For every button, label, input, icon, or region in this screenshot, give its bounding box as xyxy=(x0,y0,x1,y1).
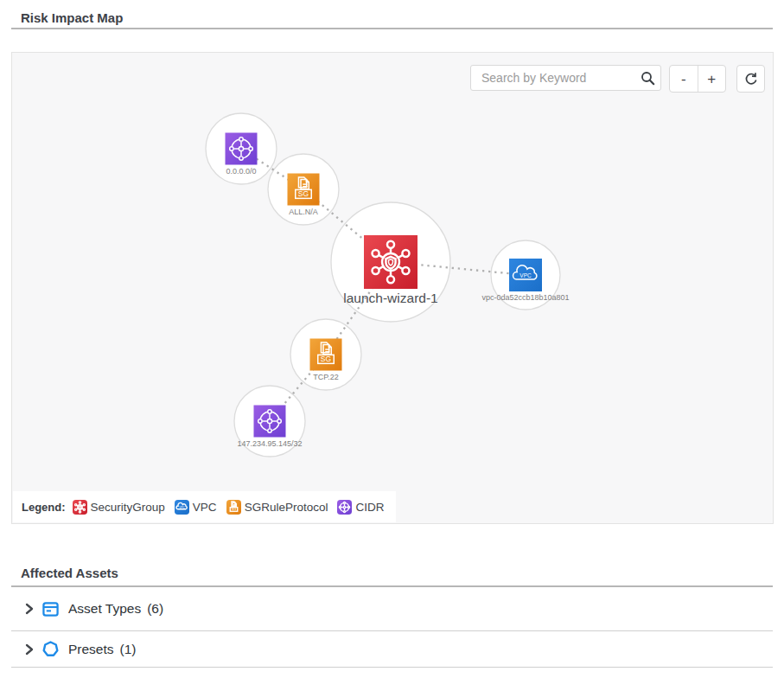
graph-node-label: 0.0.0.0/0 xyxy=(226,167,256,176)
graph-node-label: 147.234.95.145/32 xyxy=(237,439,302,448)
sgrule-icon: SG xyxy=(288,174,320,206)
keyword-search-box xyxy=(470,65,661,91)
vpc-icon: VPC xyxy=(509,259,542,291)
asset-row-count: (6) xyxy=(147,601,163,617)
legend-label: Legend: xyxy=(22,501,66,514)
zoom-out-button[interactable]: - xyxy=(670,66,698,92)
chevron-right-icon[interactable] xyxy=(24,643,35,656)
legend-item-securitygroup: SecurityGroup xyxy=(73,500,165,515)
svg-text:VPC: VPC xyxy=(179,505,184,508)
svg-text:SG: SG xyxy=(231,507,236,511)
legend-item-sgrule: SG SGRuleProtocol xyxy=(226,500,328,515)
sgrule-icon: SG xyxy=(310,339,342,371)
svg-text:SG: SG xyxy=(298,189,309,198)
legend-item-label: CIDR xyxy=(355,501,384,514)
legend-item-label: SecurityGroup xyxy=(91,501,165,514)
graph-node-label: vpc-0da52ccb18b10a801 xyxy=(481,293,569,302)
legend-item-cidr: CIDR xyxy=(337,500,384,515)
asset-row-asset-types[interactable]: Asset Types (6) xyxy=(11,587,773,631)
sgrule-icon: SG xyxy=(226,500,241,515)
cidr-icon xyxy=(254,406,286,438)
asset-row-label: Asset Types xyxy=(68,601,141,617)
graph-node-sgrule-tcp22[interactable]: SGTCP.22 xyxy=(310,339,342,382)
legend-item-vpc: VPC VPC xyxy=(175,500,217,515)
risk-map-panel: 0.0.0.0/0SGALL.N/Alaunch-wizard-1VPCvpc-… xyxy=(11,52,774,524)
asset-row-presets[interactable]: Presets (1) xyxy=(11,631,773,668)
refresh-icon xyxy=(743,71,759,86)
legend-item-label: VPC xyxy=(193,501,217,514)
graph-node-label: launch-wizard-1 xyxy=(343,291,437,305)
search-input[interactable] xyxy=(471,71,634,85)
svg-text:VPC: VPC xyxy=(519,272,532,278)
graph-canvas[interactable]: 0.0.0.0/0SGALL.N/Alaunch-wizard-1VPCvpc-… xyxy=(12,53,773,523)
legend-item-label: SGRuleProtocol xyxy=(245,501,328,514)
search-button[interactable] xyxy=(634,66,660,90)
graph-node-label: ALL.N/A xyxy=(289,208,318,216)
search-icon xyxy=(641,71,655,86)
asset-types-icon xyxy=(42,601,59,617)
affected-assets-title: Affected Assets xyxy=(21,566,118,580)
vpc-icon: VPC xyxy=(175,500,189,515)
map-title-divider xyxy=(11,28,773,29)
zoom-in-button[interactable]: + xyxy=(698,66,726,92)
affected-assets-list: Asset Types (6) Presets (1) xyxy=(11,587,773,668)
risk-impact-map-title: Risk Impact Map xyxy=(21,10,123,25)
refresh-button[interactable] xyxy=(736,65,765,93)
securitygroup-icon xyxy=(73,500,87,515)
graph-node-cidr-any[interactable]: 0.0.0.0/0 xyxy=(226,133,258,176)
asset-row-label: Presets xyxy=(68,642,114,657)
securitygroup-icon xyxy=(364,235,417,289)
svg-text:SG: SG xyxy=(321,355,331,363)
map-legend: Legend: SecurityGroup xyxy=(13,491,396,522)
graph-node-label: TCP.22 xyxy=(313,373,338,381)
presets-icon xyxy=(42,641,59,657)
chevron-right-icon[interactable] xyxy=(24,603,35,615)
graph-node-sgrule-all[interactable]: SGALL.N/A xyxy=(288,174,320,217)
zoom-controls: - + xyxy=(669,65,726,93)
asset-row-count: (1) xyxy=(120,642,137,657)
cidr-icon xyxy=(226,133,258,165)
cidr-icon xyxy=(337,500,352,515)
